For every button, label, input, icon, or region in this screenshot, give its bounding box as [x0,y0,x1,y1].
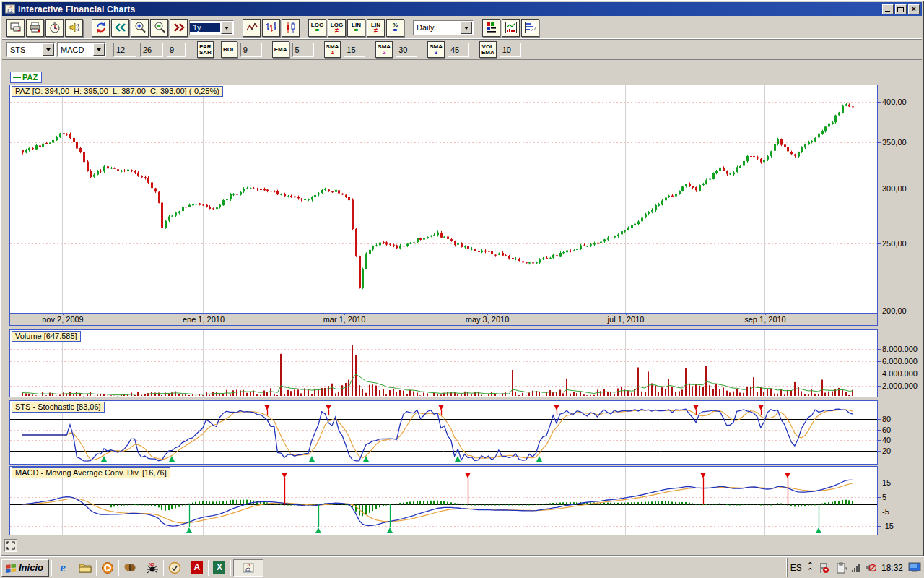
pan-left-button[interactable] [111,19,129,37]
sma1-field[interactable]: 15 [344,43,365,57]
clock[interactable]: 18:32 [881,563,903,573]
bollinger-button[interactable]: BOL [221,41,237,58]
range-combobox[interactable]: 1y [189,20,234,35]
period-combobox[interactable]: Daily [413,20,474,35]
date-tick-label: may 3, 2010 [455,315,520,324]
spider-icon: NS [146,561,159,574]
close-button[interactable]: × [908,4,920,14]
axis-tick [878,189,881,189]
date-tick-label: jul 1, 2010 [593,315,658,324]
signal-strength-icon[interactable] [852,564,860,572]
axis-tick-label: 5 [882,493,886,501]
sma2-button[interactable]: SMA 2 [375,41,393,58]
vol-ema-label: EMA [481,50,494,56]
ema-value: 5 [295,46,300,54]
quicklaunch-file-explorer[interactable] [77,559,94,577]
task-button-charts-app[interactable] [233,559,263,577]
pan-right-button[interactable] [170,19,188,37]
axis-tick-label: -15 [882,522,894,530]
sma2-field[interactable]: 30 [396,43,417,57]
volume-muted-icon[interactable] [865,562,876,574]
bollinger-field[interactable]: 9 [240,43,262,57]
tray-expand-button[interactable]: ⌃⌃ [807,562,814,574]
ema-field[interactable]: 5 [292,43,314,57]
colors-settings-button[interactable] [482,19,500,37]
stochastic-panel: STS - Stochastic [83,06] [9,400,878,465]
indicator1-dropdown-button[interactable] [43,43,54,56]
lin-scale-on-button[interactable]: LIN = [347,19,365,37]
macd-fast-field[interactable]: 12 [113,43,136,57]
print-button[interactable] [26,19,44,37]
quicklaunch-acrobat[interactable]: A [188,559,206,577]
sma3-field[interactable]: 45 [448,43,469,57]
taskbar-separator [96,560,97,576]
quicklaunch-internet-explorer[interactable]: e [54,559,71,577]
series-legend[interactable]: PAZ [10,72,42,83]
timer-button[interactable] [45,19,64,37]
volume-chart-canvas[interactable] [10,330,877,397]
price-chart-canvas[interactable] [10,85,877,313]
sma3-button[interactable]: SMA 3 [427,41,445,58]
chart-window-button[interactable] [502,19,520,37]
zoom-in-button[interactable] [131,19,149,37]
range-dropdown-button[interactable] [221,22,232,34]
display-icon[interactable] [908,562,921,573]
fullscreen-button[interactable] [4,539,17,552]
clipboard-icon[interactable] [835,562,847,574]
volume-ema-field[interactable]: 10 [500,43,521,57]
indicator2-combobox[interactable]: MACD [57,42,106,57]
quicklaunch-excel[interactable]: X [211,559,228,577]
quicklaunch-netsupport[interactable]: NS [144,559,161,577]
stochastic-chart-canvas[interactable] [10,401,877,464]
bol-value: 9 [243,46,248,54]
line-chart-button[interactable] [243,19,261,37]
volume-ema-button[interactable]: VOL EMA [479,41,497,58]
date-tick-label: nov 2, 2009 [30,315,95,324]
minimize-button[interactable] [882,4,894,14]
axis-tick-label: 40 [882,436,891,444]
clock-check-icon [168,561,181,574]
sma1-button[interactable]: SMA 1 [324,41,341,58]
taskbar-separator [230,560,231,576]
maximize-icon [897,7,904,12]
colors-icon [485,21,498,34]
percent-scale-button[interactable]: % = [386,19,404,37]
refresh-button[interactable] [92,19,110,37]
axis-tick [878,526,881,527]
log-scale-off-button[interactable]: LOG ≠ [328,19,346,37]
indicator2-dropdown-button[interactable] [93,43,105,56]
start-button[interactable]: Inicio [1,559,49,577]
ema-button[interactable]: EMA [272,41,289,58]
quicklaunch-media-player[interactable] [99,559,116,577]
zoom-out-button[interactable] [150,19,168,37]
refresh-icon [95,21,108,34]
sound-button[interactable] [65,19,83,37]
export-chart-button[interactable] [6,19,25,37]
period-dropdown-button[interactable] [461,22,472,34]
print-icon [29,21,42,34]
lin-scale-off-button[interactable]: LIN ≠ [367,19,385,37]
ohlc-chart-button[interactable] [262,19,280,37]
title-bar[interactable]: Interactive Financial Charts × [2,2,922,16]
indicator1-combobox[interactable]: STS [6,42,56,57]
quicklaunch-messenger[interactable] [121,559,139,577]
axis-tick-label: 2.000.000 [882,381,918,390]
log-scale-on-button[interactable]: LOG = [308,19,326,37]
zoom-in-icon [134,21,147,34]
app-window: Interactive Financial Charts × [0,0,924,556]
quicklaunch-scheduler[interactable] [166,559,183,577]
chart-properties-button[interactable] [521,19,539,37]
candlestick-chart-button[interactable] [282,19,300,37]
macd-slow-field[interactable]: 26 [140,43,163,57]
axis-tick-label: -5 [882,507,889,516]
parsar-button[interactable]: PAR SAR [197,41,214,58]
macd-signal-field[interactable]: 9 [167,43,186,57]
maximize-button[interactable] [895,4,907,14]
security-alert-icon[interactable] [819,562,830,574]
chevron-down-icon [225,27,229,32]
taskbar-separator [141,560,141,576]
axis-tick-label: 20 [882,447,891,455]
excel-icon: X [213,561,225,574]
indicator1-value: STS [7,46,42,54]
language-indicator[interactable]: ES [790,563,802,573]
